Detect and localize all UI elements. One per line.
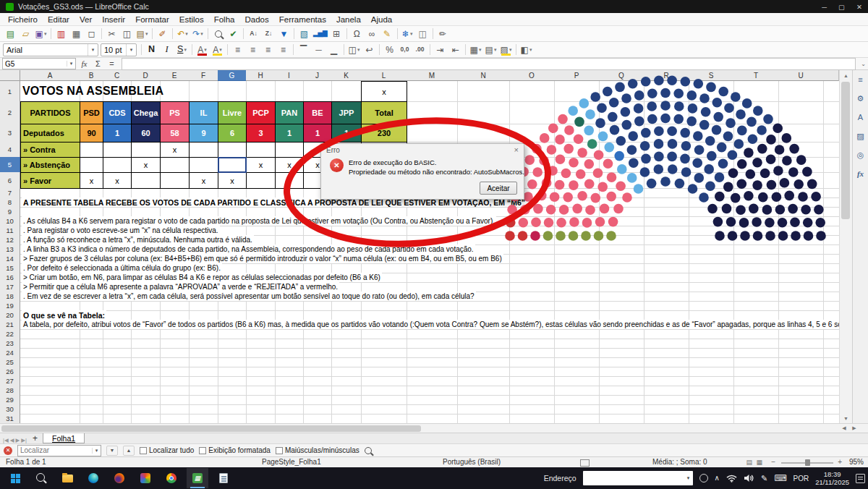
column-header-K[interactable]: K bbox=[331, 70, 362, 81]
vote-cell-IL-row6[interactable]: x bbox=[189, 172, 218, 189]
network-icon[interactable] bbox=[726, 474, 737, 482]
row-header-7[interactable]: 7 bbox=[0, 188, 20, 198]
start-button[interactable] bbox=[4, 468, 26, 488]
row-header-12[interactable]: 12 bbox=[0, 235, 20, 245]
row-header-28[interactable]: 28 bbox=[0, 386, 20, 396]
menu-item-dados[interactable]: Dados bbox=[239, 14, 273, 25]
row-header-18[interactable]: 18 bbox=[0, 292, 20, 302]
dialog-title-bar[interactable]: Erro × bbox=[321, 144, 524, 156]
find-and-replace-icon[interactable] bbox=[365, 447, 372, 454]
notification-center-icon[interactable] bbox=[856, 474, 865, 483]
vertical-scrollbar[interactable]: ▲ ▼ bbox=[839, 70, 852, 423]
menu-item-inserir[interactable]: Inserir bbox=[97, 14, 130, 25]
vertical-scroll-thumb[interactable] bbox=[841, 82, 850, 219]
menu-item-formatar[interactable]: Formatar bbox=[130, 14, 174, 25]
show-draw-functions-icon[interactable]: ✏ bbox=[435, 27, 451, 41]
column-header-E[interactable]: E bbox=[160, 70, 190, 81]
formula-input[interactable] bbox=[122, 58, 856, 70]
match-case-checkbox[interactable] bbox=[276, 447, 283, 454]
menu-item-ficheiro[interactable]: Ficheiro bbox=[3, 14, 43, 25]
background-color-icon[interactable]: ▨ bbox=[498, 43, 514, 57]
vote-cell-PCP-row4[interactable] bbox=[246, 142, 276, 158]
column-header-I[interactable]: I bbox=[275, 70, 304, 81]
functions-icon[interactable]: fx bbox=[854, 168, 867, 179]
cell-stats[interactable]: Média: ; Soma: 0 bbox=[652, 458, 707, 466]
undo-icon[interactable]: ↶ bbox=[175, 27, 190, 41]
sum-icon[interactable]: Σ bbox=[91, 59, 105, 69]
page-style[interactable]: PageStyle_Folha1 bbox=[262, 458, 321, 466]
column-header-J[interactable]: J bbox=[303, 70, 332, 81]
scroll-right-icon[interactable]: ▶ bbox=[849, 424, 859, 433]
row-header-3[interactable]: 3 bbox=[0, 124, 20, 143]
row-header-1[interactable]: 1 bbox=[0, 81, 20, 102]
vote-cell-CDS-row4[interactable] bbox=[103, 142, 132, 158]
menu-item-editar[interactable]: Editar bbox=[43, 14, 75, 25]
address-go-icon[interactable] bbox=[699, 474, 708, 482]
border-style-icon[interactable]: ▤ bbox=[483, 43, 498, 57]
scroll-left-icon[interactable]: ◀ bbox=[839, 424, 849, 433]
zoom-in-icon[interactable]: + bbox=[838, 458, 842, 466]
vote-cell-PAN-row6[interactable] bbox=[275, 172, 304, 189]
row-header-10[interactable]: 10 bbox=[0, 216, 20, 226]
name-box[interactable] bbox=[3, 59, 67, 68]
row-header-5[interactable]: 5 bbox=[0, 157, 20, 173]
vote-cell-PSD-row4[interactable] bbox=[80, 142, 103, 158]
autofilter-icon[interactable]: ▼ bbox=[276, 27, 292, 41]
column-header-M[interactable]: M bbox=[407, 70, 458, 81]
zoom-level[interactable]: 95% bbox=[849, 458, 864, 466]
find-previous-button[interactable]: ▲ bbox=[123, 446, 135, 456]
scroll-down-icon[interactable]: ▼ bbox=[840, 413, 852, 423]
find-replace-icon[interactable] bbox=[210, 27, 226, 41]
zoom-out-icon[interactable]: − bbox=[771, 458, 775, 466]
center-vertically-icon[interactable]: ─ bbox=[311, 43, 326, 57]
vote-cell-IL-row4[interactable] bbox=[189, 142, 218, 158]
align-right-icon[interactable]: ≡ bbox=[260, 43, 276, 57]
font-size-combo[interactable]: 10 pt bbox=[101, 43, 137, 56]
vote-cell-Livre-row4[interactable] bbox=[218, 142, 247, 158]
sidebar-menu-icon[interactable]: ≡ bbox=[854, 74, 867, 85]
vote-cell-PCP-row5[interactable]: x bbox=[246, 157, 276, 173]
row-header-24[interactable]: 24 bbox=[0, 348, 20, 358]
vote-cell-PSD-row6[interactable]: x bbox=[80, 172, 103, 189]
vote-cell-CDS-row6[interactable]: x bbox=[103, 172, 132, 189]
highlight-color-icon[interactable]: A bbox=[210, 43, 225, 57]
column-header-B[interactable]: B bbox=[80, 70, 103, 81]
formatted-display-checkbox[interactable] bbox=[199, 447, 206, 454]
row-header-6[interactable]: 6 bbox=[0, 172, 20, 189]
decrease-indent-icon[interactable]: ⇤ bbox=[448, 43, 463, 57]
sheet-tab-folha1[interactable]: Folha1 bbox=[43, 433, 85, 443]
corner-mark-cell[interactable]: x bbox=[361, 81, 407, 102]
scroll-up-icon[interactable]: ▲ bbox=[840, 70, 852, 80]
export-pdf-icon[interactable]: ▥ bbox=[54, 27, 69, 41]
increase-indent-icon[interactable]: ⇥ bbox=[433, 43, 448, 57]
dialog-close-icon[interactable]: × bbox=[514, 146, 519, 154]
styles-icon[interactable]: A bbox=[854, 111, 867, 123]
column-header-D[interactable]: D bbox=[131, 70, 161, 81]
underline-icon[interactable]: S bbox=[174, 43, 190, 57]
formula-bar-expand-icon[interactable]: ⌄ bbox=[861, 61, 866, 67]
address-dropdown-icon[interactable]: ▾ bbox=[684, 475, 693, 481]
hyperlink-icon[interactable]: ∞ bbox=[365, 27, 380, 41]
insert-pivot-table-icon[interactable]: ⊞ bbox=[329, 27, 344, 41]
menu-item-janela[interactable]: Janela bbox=[331, 14, 366, 25]
align-bottom-icon[interactable]: ▁ bbox=[326, 43, 341, 57]
pen-icon[interactable]: ✎ bbox=[761, 475, 767, 482]
name-box-dropdown-icon[interactable]: ▾ bbox=[67, 61, 75, 67]
row-header-31[interactable]: 31 bbox=[0, 414, 20, 424]
align-justify-icon[interactable]: ≡ bbox=[276, 43, 291, 57]
address-input[interactable] bbox=[583, 472, 684, 484]
sheet-nav-arrow-3[interactable]: ▶| bbox=[20, 437, 27, 443]
vote-cell-PAN-row4[interactable] bbox=[275, 142, 304, 158]
language-status[interactable]: Português (Brasil) bbox=[443, 458, 501, 466]
row-header-20[interactable]: 20 bbox=[0, 310, 20, 320]
sort-ascending-icon[interactable]: A↓ bbox=[246, 27, 261, 41]
row-header-9[interactable]: 9 bbox=[0, 207, 20, 217]
horizontal-scrollbar[interactable]: ◀ ▶ bbox=[0, 423, 868, 433]
bold-icon[interactable]: N bbox=[144, 43, 159, 57]
format-percent-icon[interactable]: % bbox=[382, 43, 397, 57]
row-header-21[interactable]: 21 bbox=[0, 320, 20, 330]
maximize-button[interactable]: ▢ bbox=[838, 3, 845, 11]
row-header-17[interactable]: 17 bbox=[0, 282, 20, 292]
add-decimal-icon[interactable]: .00 bbox=[412, 43, 427, 57]
split-window-icon[interactable]: ◫ bbox=[415, 27, 430, 41]
